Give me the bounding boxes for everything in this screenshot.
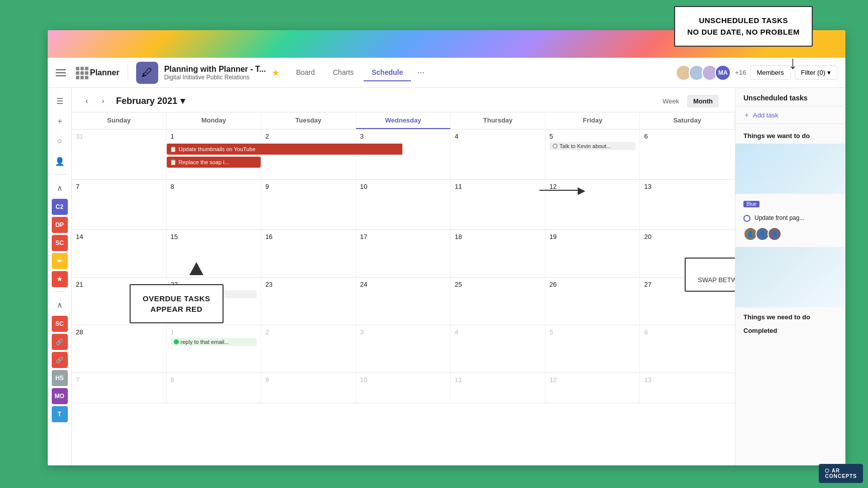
sidebar-divider-2 (53, 291, 67, 292)
left-sidebar: ☰ ＋ ○ 👤 ∧ C2 DP SC ✏ ★ ∧ SC 🔗 🔗 HS MO T (48, 88, 72, 465)
right-panel: Unscheduled tasks ＋ Add task Things we w… (735, 88, 845, 465)
cal-views-callout: CALENDAR VIEWS SWAP BETWEEN A WEEKLY OR … (685, 258, 735, 292)
date-24: 24 (360, 281, 447, 288)
header-sunday: Sunday (72, 112, 167, 129)
date-9: 9 (265, 183, 352, 190)
date-13: 13 (644, 183, 731, 190)
cal-cell-17: 17 (356, 230, 451, 277)
sidebar-collapse-1[interactable]: ∧ (51, 179, 69, 197)
cal-cell-mar1: 1 reply to that email... (167, 325, 262, 373)
task-text-1: Update front pag... (754, 214, 804, 221)
task-talk-kevin[interactable]: Talk to Kevin about... (550, 142, 636, 150)
arrow-line (539, 190, 580, 191)
date-15: 15 (171, 233, 257, 240)
header-saturday: Saturday (640, 112, 735, 129)
waffle-icon[interactable] (76, 67, 88, 79)
date-31: 31 (76, 133, 162, 140)
sidebar-sc-button[interactable]: SC (52, 235, 68, 251)
sidebar-dp-button[interactable]: DP (52, 217, 68, 233)
sidebar-sc2-button[interactable]: SC (52, 316, 68, 332)
cal-cell-28: 28 (72, 325, 167, 373)
cal-cell-16: 16 (261, 230, 356, 277)
panel-label: Blue (735, 196, 845, 211)
sidebar-t-button[interactable]: T (52, 406, 68, 422)
date-mar10: 10 (360, 376, 447, 384)
bucket-task-1: Update front pag... (735, 211, 845, 225)
task-reply-email[interactable]: reply to that email... (171, 338, 257, 346)
nav-tabs: Board Charts Schedule ··· (288, 64, 676, 81)
date-1: 1 (171, 133, 257, 140)
sidebar-hs-button[interactable]: HS (52, 370, 68, 386)
date-2: 2 (265, 133, 352, 140)
header-monday: Monday (167, 112, 262, 129)
tab-board[interactable]: Board (288, 64, 322, 81)
sidebar-add-icon[interactable]: ＋ (51, 112, 69, 130)
header-thursday: Thursday (451, 112, 546, 129)
sidebar-collapse-2[interactable]: ∧ (51, 296, 69, 314)
cal-cell-mar5: 5 (546, 325, 640, 373)
unscheduled-arrow-down: ↓ (789, 54, 798, 72)
sidebar-pencil-button[interactable]: ✏ (52, 253, 68, 269)
cal-cell-mar4: 4 (451, 325, 546, 373)
sidebar-link2-button[interactable]: 🔗 (52, 352, 68, 368)
cal-cell-mar2: 2 (261, 325, 356, 373)
hamburger-menu[interactable] (56, 65, 72, 81)
sidebar-mo-button[interactable]: MO (52, 388, 68, 404)
month-view-button[interactable]: Month (687, 95, 719, 107)
date-mar4: 4 (455, 328, 541, 336)
sidebar-user-icon[interactable]: ○ (51, 132, 69, 150)
date-mar5: 5 (550, 328, 636, 336)
task-dot4 (174, 339, 179, 344)
tab-charts[interactable]: Charts (325, 64, 362, 81)
app-title: Planner (90, 68, 120, 77)
app-window: Planner 🖊 Planning with Planner - T... D… (48, 30, 845, 465)
sidebar-star-button[interactable]: ★ (52, 271, 68, 287)
date-mar12: 12 (550, 376, 636, 384)
bucket2-header: Things we need to do (735, 309, 845, 323)
project-icon-emoji: 🖊 (142, 66, 153, 79)
avatar-ma: MA (715, 65, 731, 81)
cal-cell-mar10: 10 (356, 373, 451, 403)
tab-schedule[interactable]: Schedule (364, 64, 411, 81)
cal-views-arrow: ▶ (539, 184, 585, 196)
overdue-arrow-container: OVERDUE TASKS APPEAR RED (150, 261, 244, 323)
cal-cell-mar6: 6 (640, 325, 735, 373)
filter-button[interactable]: Filter (0) ▾ (795, 65, 837, 80)
project-icon: 🖊 (136, 62, 158, 84)
task-replace-soap[interactable]: 📋 Replace the soap i... (167, 157, 261, 168)
cal-cell-1: 1 📋 Update thumbnails on YouTube 📋 Repla… (167, 130, 262, 179)
date-8: 8 (171, 183, 257, 190)
svg-marker-0 (189, 262, 203, 275)
task-label5: reply to that email... (181, 339, 229, 345)
next-month-button[interactable]: › (96, 94, 110, 108)
date-mar7: 7 (76, 376, 162, 384)
unscheduled-title: UNSCHEDULED TASKS (687, 15, 800, 27)
more-button[interactable]: ··· (413, 65, 428, 80)
sidebar-link-button[interactable]: 🔗 (52, 334, 68, 350)
task-checkbox-1[interactable] (743, 215, 750, 222)
cal-cell-9: 9 (261, 180, 356, 229)
overdue-arrow-up (150, 261, 244, 283)
prev-month-button[interactable]: ‹ (80, 94, 94, 108)
members-button[interactable]: Members (750, 65, 790, 80)
sidebar-nav-icon[interactable]: ☰ (51, 92, 69, 110)
date-mar2: 2 (265, 328, 352, 336)
add-task-button[interactable]: ＋ Add task (735, 106, 845, 124)
date-23: 23 (265, 281, 352, 288)
date-20: 20 (644, 233, 731, 240)
sidebar-c2-button[interactable]: C2 (52, 199, 68, 215)
cal-cell-26: 26 (546, 278, 640, 325)
month-selector[interactable]: February 2021 ▾ (116, 95, 185, 106)
task-label: Update thumbnails on YouTube (179, 146, 256, 152)
week-view-button[interactable]: Week (657, 95, 685, 107)
current-month: February 2021 (116, 96, 177, 106)
star-icon[interactable]: ★ (272, 67, 280, 78)
task-update-thumbnails[interactable]: 📋 Update thumbnails on YouTube (167, 144, 402, 155)
unscheduled-sub: NO DUE DATE, NO PROBLEM (687, 27, 800, 38)
member-avatars: MA (676, 65, 731, 81)
calendar-area: ‹ › February 2021 ▾ Week Month (72, 88, 735, 465)
sidebar-person-icon[interactable]: 👤 (51, 152, 69, 170)
panel-avatars: 👤 👤 👤 (735, 225, 845, 243)
overdue-title: OVERDUE TASKS (143, 293, 210, 304)
add-task-label: Add task (753, 111, 779, 119)
